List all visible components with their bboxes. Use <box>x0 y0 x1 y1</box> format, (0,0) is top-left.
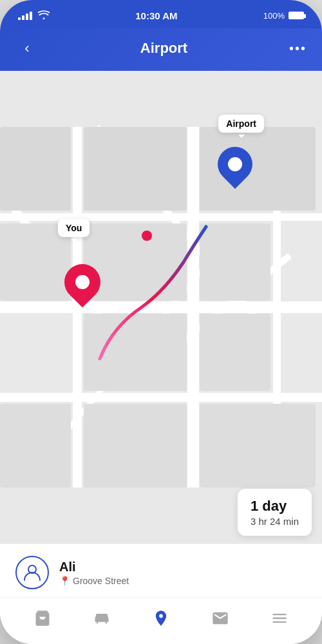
user-info: Ali 📍 Groove Street <box>59 560 129 586</box>
route-path <box>0 71 322 544</box>
airport-tooltip: Airport <box>218 115 264 133</box>
nav-shop[interactable] <box>24 605 61 631</box>
header-title: Airport <box>140 40 187 57</box>
route-info-card: 1 day 3 hr 24 min <box>238 489 312 536</box>
route-midpoint <box>142 231 152 241</box>
airport-pin <box>218 147 252 182</box>
route-day: 1 day <box>251 498 299 515</box>
user-row: Ali 📍 Groove Street <box>15 556 307 589</box>
map-container: Airport You 1 day 3 hr 24 min <box>0 71 322 544</box>
nav-car[interactable] <box>84 605 120 631</box>
user-name: Ali <box>59 560 129 574</box>
nav-location[interactable] <box>143 605 179 631</box>
signal-icon <box>18 12 32 20</box>
phone-frame: 10:30 AM 100% ‹ Airport ••• <box>0 0 322 644</box>
route-time: 3 hr 24 min <box>251 516 299 527</box>
user-avatar <box>15 556 49 589</box>
back-button[interactable]: ‹ <box>15 37 39 60</box>
you-tooltip-text: You <box>66 223 82 233</box>
nav-mail[interactable] <box>202 605 238 631</box>
bottom-nav <box>0 597 322 644</box>
status-bar: 10:30 AM 100% <box>0 0 322 28</box>
status-left <box>18 10 50 21</box>
nav-menu[interactable] <box>261 605 298 631</box>
you-tooltip: You <box>58 219 90 237</box>
user-location: 📍 Groove Street <box>59 576 129 586</box>
wifi-icon <box>38 10 50 21</box>
location-pin-icon: 📍 <box>59 576 70 586</box>
you-pin <box>64 264 100 300</box>
battery-percent: 100% <box>263 11 285 21</box>
airport-tooltip-text: Airport <box>226 118 256 129</box>
user-section: Ali 📍 Groove Street <box>0 544 322 597</box>
battery-icon <box>289 12 304 19</box>
header: ‹ Airport ••• <box>0 28 322 71</box>
status-right: 100% <box>263 11 304 21</box>
more-button[interactable]: ••• <box>289 41 307 56</box>
status-time: 10:30 AM <box>135 10 177 21</box>
user-street: Groove Street <box>73 576 129 586</box>
